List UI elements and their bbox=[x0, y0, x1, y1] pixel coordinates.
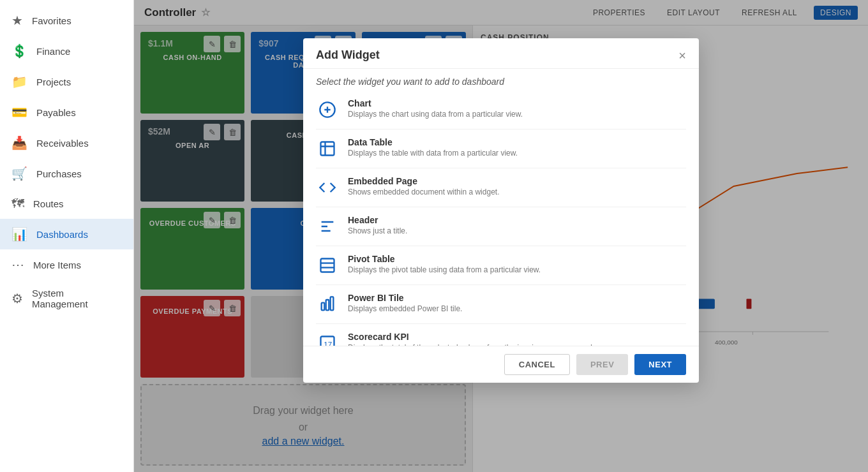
widget-option-name-power-bi: Power BI Tile bbox=[348, 293, 462, 303]
prev-button[interactable]: PREV bbox=[576, 354, 628, 375]
modal-close-button[interactable]: × bbox=[678, 49, 686, 62]
widget-option-desc-pivot-table: Displays the pivot table using data from… bbox=[348, 265, 541, 274]
sidebar-label-more-items: More Items bbox=[33, 260, 81, 270]
dashboard-area: ✎ 🗑 $1.1M CASH ON-HAND ✎ 🗑 $907 CASH REQ… bbox=[134, 26, 868, 472]
widget-option-icon-embedded-page bbox=[316, 176, 339, 199]
widget-option-name-data-table: Data Table bbox=[348, 137, 518, 147]
projects-icon: 📁 bbox=[11, 74, 27, 89]
payables-icon: 💳 bbox=[11, 105, 27, 120]
sidebar-label-projects: Projects bbox=[36, 77, 71, 87]
widget-option-desc-power-bi: Displays embedded Power BI tile. bbox=[348, 304, 462, 313]
system-management-icon: ⚙ bbox=[11, 291, 23, 306]
widget-option-icon-data-table bbox=[316, 137, 339, 160]
widget-option-embedded-page[interactable]: Embedded Page Shows embedded document wi… bbox=[316, 168, 686, 207]
sidebar-label-receivables: Receivables bbox=[36, 138, 89, 149]
widget-option-icon-pivot-table bbox=[316, 254, 339, 277]
sidebar-item-routes[interactable]: 🗺 Routes bbox=[0, 189, 133, 219]
sidebar: ★ Favorites 💲 Finance 📁 Projects 💳 Payab… bbox=[0, 0, 134, 472]
widget-option-icon-header bbox=[316, 215, 339, 238]
sidebar-item-finance[interactable]: 💲 Finance bbox=[0, 36, 133, 66]
modal-subtitle: Select the widget you want to add to das… bbox=[303, 69, 699, 91]
widget-option-desc-chart: Displays the chart using data from a par… bbox=[348, 110, 523, 119]
sidebar-label-payables: Payables bbox=[36, 107, 76, 118]
widget-option-desc-embedded-page: Shows embedded document within a widget. bbox=[348, 188, 499, 196]
svg-rect-22 bbox=[322, 303, 325, 311]
widget-option-header[interactable]: Header Shows just a title. bbox=[316, 207, 686, 246]
widget-option-pivot-table[interactable]: Pivot Table Displays the pivot table usi… bbox=[316, 246, 686, 285]
sidebar-label-system-management: System Management bbox=[32, 288, 122, 309]
widget-option-icon-power-bi bbox=[316, 293, 339, 316]
svg-text:17: 17 bbox=[324, 340, 332, 346]
modal-overlay: Add Widget × Select the widget you want … bbox=[134, 26, 868, 472]
sidebar-item-payables[interactable]: 💳 Payables bbox=[0, 97, 133, 128]
svg-rect-24 bbox=[331, 297, 334, 310]
sidebar-item-system-management[interactable]: ⚙ System Management bbox=[0, 280, 133, 317]
sidebar-label-finance: Finance bbox=[36, 46, 70, 57]
cancel-button[interactable]: CANCEL bbox=[504, 354, 570, 375]
widget-option-icon-scorecard-kpi: 17 bbox=[316, 332, 339, 346]
sidebar-item-receivables[interactable]: 📥 Receivables bbox=[0, 128, 133, 158]
widget-option-name-chart: Chart bbox=[348, 98, 523, 108]
widget-option-power-bi[interactable]: Power BI Tile Displays embedded Power BI… bbox=[316, 285, 686, 324]
widget-option-data-table[interactable]: Data Table Displays the table with data … bbox=[316, 129, 686, 168]
svg-rect-19 bbox=[321, 259, 334, 272]
widget-option-chart[interactable]: Chart Displays the chart using data from… bbox=[316, 91, 686, 129]
widget-option-scorecard-kpi[interactable]: 17 Scorecard KPI Displays the total of t… bbox=[316, 324, 686, 346]
more-items-icon: ⋯ bbox=[11, 257, 24, 272]
sidebar-label-dashboards: Dashboards bbox=[36, 229, 88, 240]
sidebar-label-favorites: Favorites bbox=[32, 15, 71, 26]
receivables-icon: 📥 bbox=[11, 135, 27, 151]
main-content: Controller ☆ PROPERTIESEDIT LAYOUTREFRES… bbox=[134, 0, 868, 472]
svg-rect-23 bbox=[326, 300, 329, 310]
widget-option-name-header: Header bbox=[348, 215, 407, 225]
modal-title: Add Widget bbox=[316, 48, 380, 62]
add-widget-modal: Add Widget × Select the widget you want … bbox=[303, 38, 699, 383]
sidebar-label-routes: Routes bbox=[33, 198, 64, 209]
sidebar-item-purchases[interactable]: 🛒 Purchases bbox=[0, 158, 133, 189]
finance-icon: 💲 bbox=[11, 43, 27, 59]
sidebar-item-favorites[interactable]: ★ Favorites bbox=[0, 5, 133, 36]
purchases-icon: 🛒 bbox=[11, 166, 27, 181]
modal-body[interactable]: Chart Displays the chart using data from… bbox=[303, 91, 699, 346]
svg-rect-16 bbox=[321, 142, 334, 156]
widget-option-name-scorecard-kpi: Scorecard KPI bbox=[348, 332, 594, 342]
sidebar-item-projects[interactable]: 📁 Projects bbox=[0, 66, 133, 97]
widget-option-desc-data-table: Displays the table with data from a part… bbox=[348, 149, 518, 158]
sidebar-label-purchases: Purchases bbox=[36, 168, 82, 179]
modal-header: Add Widget × bbox=[303, 38, 699, 69]
next-button[interactable]: NEXT bbox=[634, 354, 686, 375]
favorites-icon: ★ bbox=[11, 13, 23, 28]
widget-option-icon-chart bbox=[316, 98, 339, 121]
modal-footer: CANCEL PREV NEXT bbox=[303, 346, 699, 383]
routes-icon: 🗺 bbox=[11, 196, 24, 211]
sidebar-item-more-items[interactable]: ⋯ More Items bbox=[0, 249, 133, 280]
widget-option-name-pivot-table: Pivot Table bbox=[348, 254, 541, 264]
sidebar-item-dashboards[interactable]: 📊 Dashboards bbox=[0, 219, 133, 249]
widget-option-name-embedded-page: Embedded Page bbox=[348, 176, 499, 186]
widget-option-desc-header: Shows just a title. bbox=[348, 226, 407, 235]
dashboards-icon: 📊 bbox=[11, 226, 27, 242]
